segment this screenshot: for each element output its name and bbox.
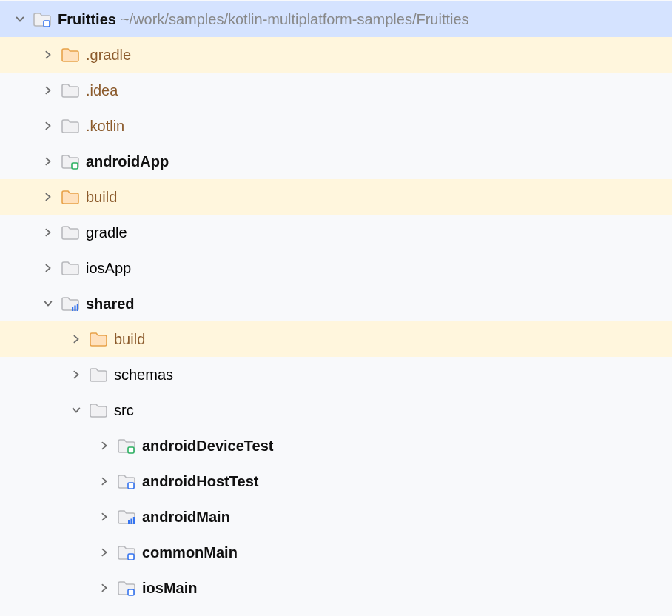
chevron-right-icon[interactable] bbox=[40, 260, 56, 276]
svg-rect-9 bbox=[133, 517, 135, 524]
tree-item-label: Fruitties bbox=[58, 11, 116, 28]
indent bbox=[12, 268, 40, 269]
chevron-right-icon[interactable] bbox=[96, 438, 112, 454]
indent bbox=[12, 375, 68, 375]
folder-icon bbox=[117, 436, 136, 455]
indent bbox=[12, 90, 40, 91]
tree-row-gradle[interactable]: gradle bbox=[0, 215, 672, 250]
tree-item-label: build bbox=[114, 331, 145, 348]
indent bbox=[12, 55, 40, 56]
folder-icon bbox=[61, 116, 80, 135]
chevron-right-icon[interactable] bbox=[40, 47, 56, 63]
svg-rect-10 bbox=[128, 554, 134, 560]
indent bbox=[12, 552, 96, 553]
folder-icon bbox=[61, 294, 80, 313]
svg-rect-6 bbox=[128, 483, 134, 489]
tree-row-kotlin[interactable]: .kotlin bbox=[0, 108, 672, 144]
tree-row-src[interactable]: src bbox=[0, 392, 672, 428]
tree-item-label: commonMain bbox=[142, 544, 238, 561]
project-path: ~/work/samples/kotlin-multiplatform-samp… bbox=[121, 11, 469, 28]
folder-icon bbox=[89, 365, 108, 384]
tree-row-androidApp[interactable]: androidApp bbox=[0, 144, 672, 179]
tree-row-root[interactable]: Fruitties~/work/samples/kotlin-multiplat… bbox=[0, 1, 672, 37]
folder-icon bbox=[89, 329, 108, 349]
svg-rect-7 bbox=[128, 520, 130, 524]
chevron-right-icon[interactable] bbox=[96, 580, 112, 596]
project-tree: Fruitties~/work/samples/kotlin-multiplat… bbox=[0, 0, 672, 606]
tree-item-label: iosApp bbox=[86, 260, 131, 277]
chevron-right-icon[interactable] bbox=[96, 544, 112, 560]
indent bbox=[12, 232, 40, 233]
tree-item-label: schemas bbox=[114, 366, 173, 384]
folder-icon bbox=[33, 10, 52, 29]
folder-icon bbox=[117, 507, 136, 526]
indent bbox=[12, 446, 96, 446]
folder-icon bbox=[61, 187, 80, 207]
chevron-right-icon[interactable] bbox=[40, 189, 56, 205]
indent bbox=[12, 339, 68, 340]
chevron-right-icon[interactable] bbox=[40, 224, 56, 241]
tree-row-shared[interactable]: shared bbox=[0, 286, 672, 321]
chevron-down-icon[interactable] bbox=[40, 295, 56, 312]
chevron-right-icon[interactable] bbox=[40, 82, 56, 98]
svg-rect-0 bbox=[44, 21, 50, 27]
indent bbox=[12, 126, 40, 127]
tree-row-androidHostTest[interactable]: androidHostTest bbox=[0, 463, 672, 499]
folder-icon bbox=[61, 81, 80, 100]
chevron-right-icon[interactable] bbox=[68, 366, 84, 383]
tree-item-label: src bbox=[114, 402, 134, 419]
folder-icon bbox=[61, 152, 80, 171]
svg-rect-5 bbox=[128, 447, 134, 453]
tree-row-iosApp[interactable]: iosApp bbox=[0, 250, 672, 286]
indent bbox=[12, 410, 68, 411]
tree-item-label: .kotlin bbox=[86, 118, 124, 135]
tree-row-build[interactable]: build bbox=[0, 179, 672, 215]
tree-row-commonMain[interactable]: commonMain bbox=[0, 535, 672, 570]
folder-icon bbox=[117, 472, 136, 491]
svg-rect-1 bbox=[72, 163, 78, 169]
indent bbox=[12, 588, 96, 589]
tree-row-androidMain[interactable]: androidMain bbox=[0, 499, 672, 535]
chevron-right-icon[interactable] bbox=[96, 509, 112, 525]
svg-rect-4 bbox=[77, 304, 78, 311]
tree-item-label: gradle bbox=[86, 224, 127, 241]
indent bbox=[12, 197, 40, 198]
svg-rect-11 bbox=[128, 589, 134, 595]
indent bbox=[12, 161, 40, 162]
tree-item-label: build bbox=[86, 189, 117, 206]
tree-row-androidDeviceTest[interactable]: androidDeviceTest bbox=[0, 428, 672, 463]
tree-item-label: androidMain bbox=[142, 509, 230, 526]
tree-item-label: androidDeviceTest bbox=[142, 438, 273, 455]
chevron-down-icon[interactable] bbox=[12, 11, 28, 27]
chevron-right-icon[interactable] bbox=[40, 153, 56, 170]
folder-icon bbox=[117, 543, 136, 562]
tree-row-iosMain[interactable]: iosMain bbox=[0, 570, 672, 606]
tree-item-label: androidApp bbox=[86, 153, 169, 170]
tree-row-shared-build[interactable]: build bbox=[0, 321, 672, 357]
tree-row-gradle-dot[interactable]: .gradle bbox=[0, 37, 672, 73]
tree-item-label: .idea bbox=[86, 82, 118, 99]
chevron-right-icon[interactable] bbox=[96, 473, 112, 489]
svg-rect-3 bbox=[74, 306, 75, 312]
tree-row-schemas[interactable]: schemas bbox=[0, 357, 672, 392]
tree-item-label: iosMain bbox=[142, 580, 197, 597]
tree-item-label: androidHostTest bbox=[142, 473, 258, 490]
folder-icon bbox=[61, 223, 80, 242]
chevron-right-icon[interactable] bbox=[40, 118, 56, 134]
folder-icon bbox=[61, 45, 80, 64]
chevron-right-icon[interactable] bbox=[68, 331, 84, 347]
indent bbox=[12, 481, 96, 482]
svg-rect-8 bbox=[130, 519, 132, 525]
folder-icon bbox=[117, 578, 136, 597]
folder-icon bbox=[61, 258, 80, 278]
tree-item-label: .gradle bbox=[86, 47, 131, 64]
indent bbox=[12, 517, 96, 518]
chevron-down-icon[interactable] bbox=[68, 402, 84, 418]
svg-rect-2 bbox=[72, 307, 73, 311]
tree-item-label: shared bbox=[86, 295, 135, 312]
tree-row-idea[interactable]: .idea bbox=[0, 73, 672, 108]
folder-icon bbox=[89, 401, 108, 420]
indent bbox=[12, 304, 40, 304]
